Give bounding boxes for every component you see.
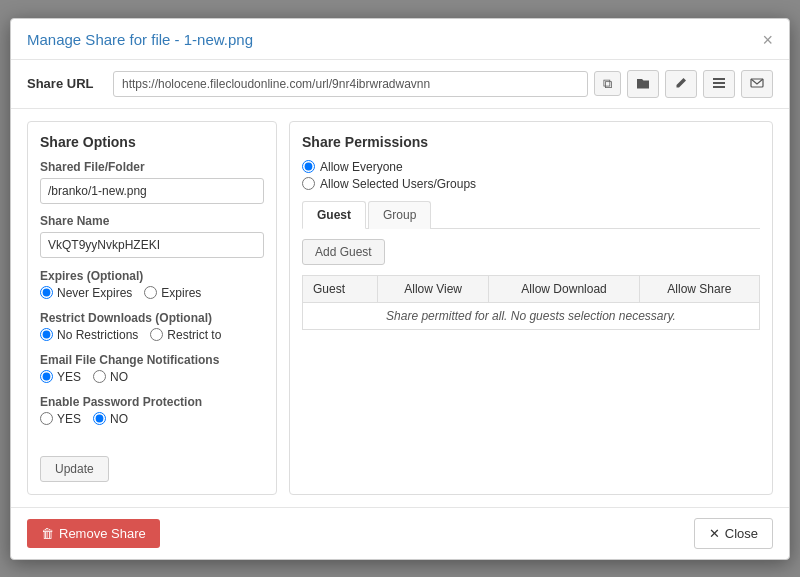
share-name-group: Share Name — [40, 214, 264, 258]
col-guest: Guest — [303, 275, 378, 302]
add-guest-button[interactable]: Add Guest — [302, 239, 385, 265]
email-notifications-group: Email File Change Notifications YES NO — [40, 352, 264, 384]
permission-radio-group: Allow Everyone Allow Selected Users/Grou… — [302, 160, 760, 191]
no-restrictions-radio[interactable] — [40, 328, 53, 341]
password-yes-radio[interactable] — [40, 412, 53, 425]
svg-rect-0 — [713, 78, 725, 80]
modal-header: Manage Share for file - 1-new.png × — [11, 19, 789, 60]
tab-guest[interactable]: Guest — [302, 201, 366, 229]
col-allow-download: Allow Download — [489, 275, 639, 302]
manage-share-modal: Manage Share for file - 1-new.png × Shar… — [10, 18, 790, 560]
close-label: Close — [725, 526, 758, 541]
never-expires-radio[interactable] — [40, 286, 53, 299]
svg-rect-1 — [713, 82, 725, 84]
email-radio-row: YES NO — [40, 370, 264, 384]
shared-file-group: Shared File/Folder — [40, 160, 264, 204]
allow-everyone-row: Allow Everyone — [302, 160, 760, 174]
share-options-panel: Share Options Shared File/Folder Share N… — [27, 121, 277, 495]
folder-button[interactable] — [627, 70, 659, 98]
email-yes-label: YES — [57, 370, 81, 384]
mail-button[interactable] — [741, 70, 773, 98]
email-label: Email File Change Notifications — [40, 353, 219, 367]
table-row-info: Share permitted for all. No guests selec… — [303, 302, 760, 329]
restrict-to-label: Restrict to — [167, 328, 221, 342]
modal-title: Manage Share for file - 1-new.png — [27, 31, 253, 48]
close-button[interactable]: ✕ Close — [694, 518, 773, 549]
remove-share-icon: 🗑 — [41, 526, 54, 541]
password-no-radio[interactable] — [93, 412, 106, 425]
password-yes-label: YES — [57, 412, 81, 426]
col-allow-share: Allow Share — [639, 275, 759, 302]
password-protection-group: Enable Password Protection YES NO — [40, 394, 264, 426]
allow-selected-label: Allow Selected Users/Groups — [320, 177, 476, 191]
restrict-to-radio[interactable] — [150, 328, 163, 341]
share-url-input[interactable] — [113, 71, 588, 97]
title-prefix: Manage Share for file - — [27, 31, 184, 48]
restrict-downloads-group: Restrict Downloads (Optional) No Restric… — [40, 310, 264, 342]
share-name-input[interactable] — [40, 232, 264, 258]
restrict-radio-row: No Restrictions Restrict to — [40, 328, 264, 342]
tab-group[interactable]: Group — [368, 201, 431, 229]
guest-table: Guest Allow View Allow Download Allow Sh… — [302, 275, 760, 330]
restrict-label: Restrict Downloads (Optional) — [40, 311, 212, 325]
expires-label2: Expires — [161, 286, 201, 300]
svg-rect-2 — [713, 86, 725, 88]
tabs-row: Guest Group — [302, 201, 760, 229]
expires-radio-row: Never Expires Expires — [40, 286, 264, 300]
email-yes-radio[interactable] — [40, 370, 53, 383]
close-icon: ✕ — [709, 526, 720, 541]
guest-info-text: Share permitted for all. No guests selec… — [303, 302, 760, 329]
email-no-label: NO — [110, 370, 128, 384]
expires-label: Expires (Optional) — [40, 269, 143, 283]
title-filename: 1-new.png — [184, 31, 253, 48]
modal-body: Share Options Shared File/Folder Share N… — [11, 109, 789, 507]
expires-radio[interactable] — [144, 286, 157, 299]
col-allow-view: Allow View — [377, 275, 488, 302]
modal-close-x-button[interactable]: × — [762, 31, 773, 49]
share-url-label: Share URL — [27, 76, 107, 91]
share-permissions-panel: Share Permissions Allow Everyone Allow S… — [289, 121, 773, 495]
allow-everyone-label: Allow Everyone — [320, 160, 403, 174]
update-button[interactable]: Update — [40, 456, 109, 482]
password-no-label: NO — [110, 412, 128, 426]
expires-group: Expires (Optional) Never Expires Expires — [40, 268, 264, 300]
shared-file-label: Shared File/Folder — [40, 160, 264, 174]
remove-share-button[interactable]: 🗑 Remove Share — [27, 519, 160, 548]
modal-footer: 🗑 Remove Share ✕ Close — [11, 507, 789, 559]
copy-url-button[interactable]: ⧉ — [594, 71, 621, 96]
password-radio-row: YES NO — [40, 412, 264, 426]
email-no-radio[interactable] — [93, 370, 106, 383]
edit-url-button[interactable] — [665, 70, 697, 98]
no-restrictions-label: No Restrictions — [57, 328, 138, 342]
list-button[interactable] — [703, 70, 735, 98]
password-label: Enable Password Protection — [40, 395, 202, 409]
share-name-label: Share Name — [40, 214, 264, 228]
share-url-row: Share URL ⧉ — [11, 60, 789, 109]
never-expires-label: Never Expires — [57, 286, 132, 300]
share-options-heading: Share Options — [40, 134, 264, 150]
allow-everyone-radio[interactable] — [302, 160, 315, 173]
shared-file-input[interactable] — [40, 178, 264, 204]
share-permissions-heading: Share Permissions — [302, 134, 760, 150]
allow-selected-row: Allow Selected Users/Groups — [302, 177, 760, 191]
allow-selected-radio[interactable] — [302, 177, 315, 190]
remove-share-label: Remove Share — [59, 526, 146, 541]
